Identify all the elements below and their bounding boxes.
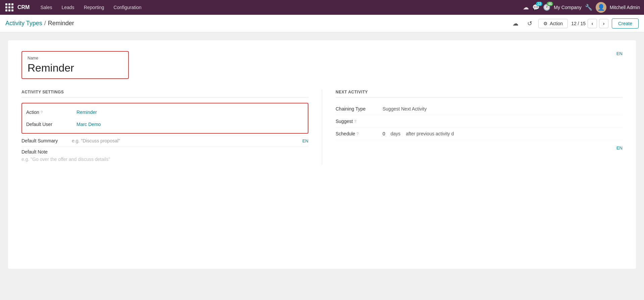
- schedule-help[interactable]: ?: [356, 132, 358, 136]
- note-en-badge[interactable]: EN: [616, 145, 623, 151]
- main-nav: Sales Leads Reporting Configuration: [36, 3, 523, 11]
- breadcrumb-parent[interactable]: Activity Types: [5, 20, 42, 27]
- action-label: Action ?: [26, 110, 77, 115]
- schedule-unit: days: [391, 131, 401, 136]
- action-button-label: Action: [550, 21, 563, 26]
- schedule-after: after previous activity d: [406, 131, 454, 136]
- form-card: Name Reminder EN ACTIVITY SETTINGS Actio…: [8, 40, 636, 269]
- user-avatar[interactable]: 👤: [596, 2, 606, 13]
- nav-leads[interactable]: Leads: [57, 3, 78, 11]
- default-summary-row: Default Summary e.g. "Discuss proposal" …: [21, 135, 308, 146]
- note-en-row: EN: [336, 145, 623, 151]
- default-summary-placeholder: e.g. "Discuss proposal": [72, 138, 120, 143]
- default-note-placeholder[interactable]: e.g. "Go over the offer and discuss deta…: [21, 157, 308, 162]
- action-value[interactable]: Reminder: [77, 110, 97, 115]
- sections-row: ACTIVITY SETTINGS Action ? Reminder Defa…: [21, 90, 623, 165]
- breadcrumb-separator: /: [44, 20, 46, 27]
- chaining-type-label: Chaining Type: [336, 106, 383, 112]
- name-en-badge[interactable]: EN: [616, 51, 623, 56]
- pager-prev[interactable]: ‹: [588, 19, 597, 28]
- schedule-row: Schedule ? 0 days after previous activit…: [336, 128, 623, 140]
- settings-icon[interactable]: 🔧: [585, 4, 592, 11]
- chat-icon[interactable]: 💬 22: [532, 4, 540, 11]
- schedule-number[interactable]: 0: [383, 131, 385, 136]
- action-button[interactable]: ⚙ Action: [538, 19, 568, 28]
- pager: 12 / 15 ‹ ›: [571, 19, 608, 28]
- suggest-row: Suggest ?: [336, 115, 623, 128]
- clock-icon[interactable]: 🕐 46: [543, 4, 550, 11]
- default-user-value[interactable]: Marc Demo: [77, 122, 101, 127]
- schedule-label: Schedule ?: [336, 131, 383, 136]
- suggest-help[interactable]: ?: [354, 119, 356, 123]
- name-section: Name Reminder EN: [21, 51, 623, 79]
- breadcrumb: Activity Types / Reminder: [5, 20, 506, 27]
- activity-settings-section: ACTIVITY SETTINGS Action ? Reminder Defa…: [21, 90, 322, 165]
- summary-en-badge[interactable]: EN: [302, 138, 308, 143]
- action-help[interactable]: ?: [41, 110, 43, 114]
- next-activity-section: NEXT ACTIVITY Chaining Type Suggest Next…: [336, 90, 623, 165]
- cloud-icon[interactable]: ☁: [523, 4, 529, 11]
- default-note-row: Default Note e.g. "Go over the offer and…: [21, 146, 308, 165]
- schedule-fields: 0 days after previous activity d: [383, 131, 454, 136]
- name-field-box[interactable]: Name Reminder: [21, 51, 129, 79]
- gear-icon: ⚙: [543, 21, 548, 26]
- default-user-label: Default User: [26, 122, 77, 127]
- next-activity-title: NEXT ACTIVITY: [336, 90, 623, 97]
- apps-menu-button[interactable]: [4, 2, 15, 13]
- clock-badge: 46: [547, 2, 553, 6]
- name-label: Name: [28, 56, 123, 60]
- activity-settings-title: ACTIVITY SETTINGS: [21, 90, 308, 97]
- main-content: Name Reminder EN ACTIVITY SETTINGS Actio…: [0, 32, 644, 300]
- create-button[interactable]: Create: [612, 18, 639, 29]
- secondary-toolbar: Activity Types / Reminder ☁ ↺ ⚙ Action 1…: [0, 15, 644, 32]
- refresh-button[interactable]: ↺: [524, 18, 535, 29]
- default-user-field-row: Default User Marc Demo: [26, 118, 304, 130]
- chat-badge: 22: [536, 2, 542, 6]
- highlighted-fields: Action ? Reminder Default User Marc Demo: [21, 103, 308, 134]
- app-logo[interactable]: CRM: [17, 4, 30, 10]
- suggest-label: Suggest ?: [336, 119, 383, 124]
- topbar: CRM Sales Leads Reporting Configuration …: [0, 0, 644, 15]
- nav-sales[interactable]: Sales: [36, 3, 56, 11]
- default-summary-input[interactable]: e.g. "Discuss proposal": [72, 138, 300, 143]
- chaining-type-row: Chaining Type Suggest Next Activity: [336, 103, 623, 115]
- pager-text: 12 / 15: [571, 21, 586, 26]
- user-name[interactable]: Mitchell Admin: [610, 5, 640, 10]
- breadcrumb-current: Reminder: [48, 20, 74, 27]
- topbar-right: ☁ 💬 22 🕐 46 My Company 🔧 👤 Mitchell Admi…: [523, 2, 640, 13]
- pager-next[interactable]: ›: [599, 19, 608, 28]
- default-summary-label: Default Summary: [21, 138, 72, 143]
- upload-button[interactable]: ☁: [510, 18, 521, 29]
- company-name[interactable]: My Company: [554, 5, 581, 10]
- name-value: Reminder: [28, 62, 123, 74]
- nav-reporting[interactable]: Reporting: [80, 3, 108, 11]
- apps-grid-icon: [5, 3, 13, 11]
- action-field-row: Action ? Reminder: [26, 106, 304, 118]
- nav-configuration[interactable]: Configuration: [109, 3, 145, 11]
- default-note-label: Default Note: [21, 149, 308, 155]
- toolbar-actions: ☁ ↺ ⚙ Action 12 / 15 ‹ › Create: [510, 18, 639, 29]
- chaining-type-value[interactable]: Suggest Next Activity: [383, 106, 427, 112]
